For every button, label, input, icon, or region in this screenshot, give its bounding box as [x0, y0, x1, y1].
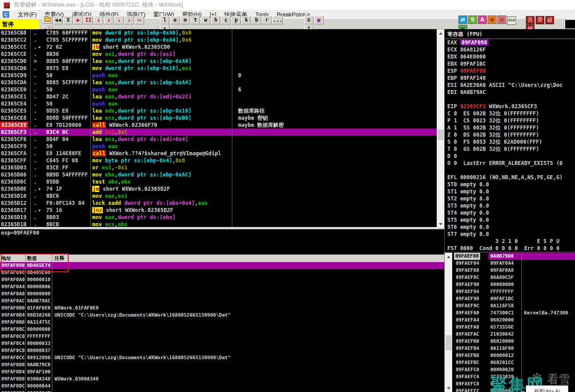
- stack-row[interactable]: 09FAEFA406020000: [445, 317, 575, 324]
- dump-row[interactable]: 09FAF0A800000000: [0, 290, 445, 298]
- dump-row[interactable]: 09FAF0D80300A348WXWork.0300A348: [0, 376, 445, 383]
- letter-t-button[interactable]: t: [191, 16, 200, 24]
- register-line[interactable]: ST1 empty 0.0: [447, 188, 489, 195]
- disasm-row[interactable]: 02365CF9.50push eax: [0, 143, 437, 150]
- disasm-row[interactable]: 02365CE1.8D47 2Clea eax,dword ptr ds:[ed…: [0, 93, 437, 100]
- disasm-row[interactable]: 02365D12.F0:0FC143 04lock xadd dword ptr…: [0, 200, 437, 207]
- scrollbar-thumb[interactable]: [438, 129, 444, 140]
- execute-till-return-button[interactable]: ↦: [135, 16, 144, 24]
- dump-panel[interactable]: 09FAF0980D465E7409FAF09C0D465E6009FAF0A0…: [0, 262, 445, 392]
- register-line[interactable]: FST 0000 Cond 0 0 0 0 Err 0 0 0 0: [447, 245, 559, 252]
- stack-row[interactable]: 09FAEFBC060201CC: [445, 359, 575, 366]
- menu-item-file[interactable]: 文件(F): [14, 11, 41, 18]
- dump-row[interactable]: 09FAF0D00A0B79C0: [0, 361, 445, 368]
- dump-row[interactable]: 09FAF0DC00000044: [0, 383, 445, 390]
- disasm-row[interactable]: 02365CCC.72 02jb short WXWork.02365CD0: [0, 43, 437, 51]
- target-rings-icon[interactable]: ◎: [497, 16, 506, 24]
- letter-m-button[interactable]: m: [180, 16, 190, 24]
- disasm-row[interactable]: 02365CB8.C785 60FFFFFFmov dword ptr ss:[…: [0, 29, 437, 36]
- register-line[interactable]: ST0 empty 0.0: [447, 181, 489, 188]
- restart-button[interactable]: ◀◀: [53, 16, 63, 24]
- disasm-row[interactable]: 02365CD6.8975 E8mov dword ptr ss:[ebp-0x…: [0, 65, 437, 72]
- disassembly-panel[interactable]: 02365CB8.C785 60FFFFFFmov dword ptr ss:[…: [0, 29, 437, 227]
- registers-panel[interactable]: 寄存器 (FPU) EAX 09FAF098ECX 86A8126FEDX 06…: [445, 29, 575, 252]
- stack-row[interactable]: 09FAEFAC21030842: [445, 331, 575, 338]
- letter-dots-button[interactable]: ...: [272, 16, 283, 24]
- scrollbar-thumb[interactable]: [446, 335, 452, 350]
- stack-row[interactable]: 09FAEF9809FAF1BC: [445, 295, 575, 302]
- updown-arrows-icon[interactable]: ⇅: [468, 16, 477, 24]
- letter-w-button[interactable]: w: [201, 16, 210, 24]
- register-line[interactable]: O 0 LastErr ERROR_ALREADY_EXISTS (0: [447, 160, 563, 167]
- cn-button-1[interactable]: 吾: [526, 16, 535, 24]
- disasm-scrollbar[interactable]: [437, 29, 444, 228]
- letter-p-button[interactable]: p: [231, 16, 241, 24]
- letter-e-button[interactable]: e: [170, 16, 180, 24]
- disasm-row[interactable]: 02365CE5.8D55 E8lea edx,dword ptr ss:[eb…: [0, 107, 437, 114]
- windows-icon[interactable]: ▣: [314, 16, 324, 24]
- disasm-row[interactable]: 02365CD0>8D85 60FFFFFFlea eax,dword ptr …: [0, 58, 437, 65]
- register-line[interactable]: ESP 09FAEF80: [447, 67, 486, 74]
- register-line[interactable]: ST2 empty 0.0: [447, 195, 489, 202]
- disasm-row[interactable]: 02365D19.8B03mov eax,dword ptr ds:[ebx]: [0, 214, 437, 221]
- register-line[interactable]: EDX 064E0000: [447, 53, 486, 60]
- disasm-row[interactable]: 02365CEE.E8 7D120000call WXWork.02366F70…: [0, 122, 437, 129]
- dump-row[interactable]: 09FAF0B80A31475C: [0, 319, 445, 326]
- disasm-row[interactable]: 02365CE4.50push eax: [0, 100, 437, 107]
- stack-row[interactable]: 09FAEF8809FAF0A8: [445, 267, 575, 274]
- disasm-row[interactable]: 02365D0E.74 1Fje short WXWork.02365D2F: [0, 185, 437, 192]
- letter-l-button[interactable]: l: [160, 16, 169, 24]
- dump-row[interactable]: 09FAF0A000000010: [0, 276, 445, 283]
- stack-row[interactable]: 09FAEFA86573556E: [445, 324, 575, 331]
- stack-panel[interactable]: 09FAEF800A0B79D809FAEF8409FAF0A409FAEF88…: [445, 253, 575, 392]
- disasm-row[interactable]: 02365CD9.50push eax0: [0, 72, 437, 79]
- dump-row[interactable]: 09FAF0CC08912098UNICODE "C:\Users\zzg\Do…: [0, 354, 445, 361]
- letter-r-button[interactable]: r: [262, 16, 271, 24]
- disasm-row[interactable]: 02365CFA.E8 114E88FEcall WXWork.??4?$sha…: [0, 150, 437, 157]
- register-line[interactable]: S 0 FS 0053 32位 62AD000(FFF): [447, 138, 542, 145]
- dump-row[interactable]: 09FAF0AC0A0B79AC: [0, 298, 445, 305]
- letter-k-button[interactable]: k: [242, 16, 251, 24]
- letter-c-button[interactable]: c: [221, 16, 231, 24]
- register-line[interactable]: EBP 09FAF148: [447, 74, 486, 82]
- dump-row[interactable]: 09FAF0C400000033: [0, 340, 445, 347]
- register-line[interactable]: EDI 0A0B79AC: [447, 89, 486, 96]
- stack-row[interactable]: 09FAEF9000000000: [445, 281, 575, 288]
- register-line[interactable]: C 0 ES 002B 32位 0(FFFFFFFF): [447, 110, 539, 117]
- disasm-row[interactable]: 02365CF3.83C4 0Cadd esp,0xC: [0, 129, 437, 136]
- disasm-row[interactable]: 02365D1B.8BCBmov ecx,ebx: [0, 221, 437, 227]
- run-button[interactable]: ▶: [74, 16, 83, 24]
- register-line[interactable]: Z 0 DS 002B 32位 0(FFFFFFFF): [447, 131, 539, 138]
- register-line[interactable]: T 0 GS 002B 32位 0(FFFFFFFF): [447, 145, 539, 153]
- scroll-up-button[interactable]: [437, 29, 444, 37]
- close-button[interactable]: X: [63, 16, 73, 24]
- letter-h-button[interactable]: h: [211, 16, 220, 24]
- orange-circle-icon[interactable]: ●: [488, 16, 497, 24]
- animate-into-button[interactable]: ⇓: [114, 16, 124, 24]
- register-line[interactable]: ST6 empty 0.0: [447, 223, 489, 231]
- stack-row[interactable]: 09FAEF94FFFFFFFF: [445, 288, 575, 295]
- child-window-icon[interactable]: C: [3, 11, 9, 18]
- disasm-row[interactable]: 02365CE8.8D8D 50FFFFFFlea ecx,dword ptr …: [0, 114, 437, 122]
- swap-arrows-icon[interactable]: ⇄: [458, 16, 467, 24]
- letter-b-button[interactable]: b: [252, 16, 261, 24]
- binary-icon[interactable]: 010: [507, 16, 516, 25]
- stack-row[interactable]: 09FAEF8409FAF0A4: [445, 260, 575, 267]
- register-line[interactable]: EIP 02365CF3 WXWork.02365CF3: [447, 103, 537, 110]
- dump-row[interactable]: 09FAF0B408D38260UNICODE "C:\Users\zzg\Do…: [0, 312, 445, 319]
- disasm-row[interactable]: 02365CFF.C645 FC 08mov byte ptr ss:[ebp-…: [0, 157, 437, 164]
- register-line[interactable]: ESI 0A2E30A0 ASCII "C:\Users\zzg\Doc: [447, 82, 563, 89]
- dump-row[interactable]: 09FAF0C0FFFFFFFF: [0, 333, 445, 340]
- disasm-row[interactable]: 02365CE0.50push eax6: [0, 86, 437, 93]
- register-line[interactable]: ST7 empty 0.0: [447, 231, 489, 238]
- register-line[interactable]: P 1 CS 0023 32位 0(FFFFFFFF): [447, 117, 539, 124]
- stack-row[interactable]: 09FAEF800A0B79D8: [445, 253, 575, 260]
- disasm-row[interactable]: 02365D10.8BC6mov eax,esi: [0, 192, 437, 200]
- disasm-row[interactable]: 02365CF6.8D4F 04lea ecx,dword ptr ds:[ed…: [0, 136, 437, 143]
- disasm-row[interactable]: 02365CDA.8D85 5CFFFFFFlea eax,dword ptr …: [0, 79, 437, 86]
- register-line[interactable]: EFL 00000216 (NO,NB,NE,A,NS,PE,GE,G): [447, 174, 563, 181]
- stack-row[interactable]: 09FAEFA0747300C1KernelBa.747300: [445, 310, 575, 317]
- register-line[interactable]: EAX 09FAF098: [447, 39, 489, 46]
- cn-button-2[interactable]: 爱: [536, 16, 544, 24]
- dump-row[interactable]: 09FAF0A400000006: [0, 283, 445, 290]
